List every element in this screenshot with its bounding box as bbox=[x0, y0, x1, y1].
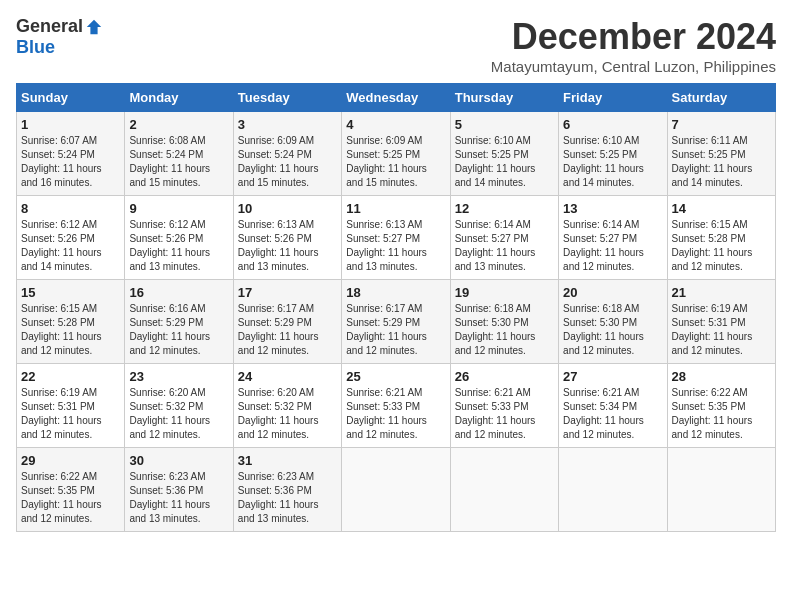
calendar-header-row: SundayMondayTuesdayWednesdayThursdayFrid… bbox=[17, 84, 776, 112]
calendar-cell-empty bbox=[450, 448, 558, 532]
calendar-header-friday: Friday bbox=[559, 84, 667, 112]
calendar-cell-13: 13 Sunrise: 6:14 AM Sunset: 5:27 PM Dayl… bbox=[559, 196, 667, 280]
day-number: 28 bbox=[672, 369, 771, 384]
calendar-header-thursday: Thursday bbox=[450, 84, 558, 112]
day-detail: Sunrise: 6:13 AM Sunset: 5:27 PM Dayligh… bbox=[346, 219, 427, 272]
month-title: December 2024 bbox=[491, 16, 776, 58]
calendar-cell-29: 29 Sunrise: 6:22 AM Sunset: 5:35 PM Dayl… bbox=[17, 448, 125, 532]
calendar-week-1: 1 Sunrise: 6:07 AM Sunset: 5:24 PM Dayli… bbox=[17, 112, 776, 196]
calendar-cell-24: 24 Sunrise: 6:20 AM Sunset: 5:32 PM Dayl… bbox=[233, 364, 341, 448]
day-detail: Sunrise: 6:19 AM Sunset: 5:31 PM Dayligh… bbox=[21, 387, 102, 440]
calendar-cell-9: 9 Sunrise: 6:12 AM Sunset: 5:26 PM Dayli… bbox=[125, 196, 233, 280]
day-number: 5 bbox=[455, 117, 554, 132]
day-number: 21 bbox=[672, 285, 771, 300]
day-number: 20 bbox=[563, 285, 662, 300]
day-detail: Sunrise: 6:09 AM Sunset: 5:25 PM Dayligh… bbox=[346, 135, 427, 188]
calendar-cell-27: 27 Sunrise: 6:21 AM Sunset: 5:34 PM Dayl… bbox=[559, 364, 667, 448]
day-number: 31 bbox=[238, 453, 337, 468]
day-number: 9 bbox=[129, 201, 228, 216]
calendar-body: 1 Sunrise: 6:07 AM Sunset: 5:24 PM Dayli… bbox=[17, 112, 776, 532]
calendar-header-wednesday: Wednesday bbox=[342, 84, 450, 112]
day-number: 2 bbox=[129, 117, 228, 132]
day-number: 23 bbox=[129, 369, 228, 384]
day-number: 4 bbox=[346, 117, 445, 132]
day-number: 16 bbox=[129, 285, 228, 300]
day-detail: Sunrise: 6:23 AM Sunset: 5:36 PM Dayligh… bbox=[129, 471, 210, 524]
day-detail: Sunrise: 6:15 AM Sunset: 5:28 PM Dayligh… bbox=[21, 303, 102, 356]
day-number: 8 bbox=[21, 201, 120, 216]
location-title: Matayumtayum, Central Luzon, Philippines bbox=[491, 58, 776, 75]
calendar-cell-7: 7 Sunrise: 6:11 AM Sunset: 5:25 PM Dayli… bbox=[667, 112, 775, 196]
day-number: 12 bbox=[455, 201, 554, 216]
calendar-cell-26: 26 Sunrise: 6:21 AM Sunset: 5:33 PM Dayl… bbox=[450, 364, 558, 448]
calendar-week-2: 8 Sunrise: 6:12 AM Sunset: 5:26 PM Dayli… bbox=[17, 196, 776, 280]
calendar-cell-25: 25 Sunrise: 6:21 AM Sunset: 5:33 PM Dayl… bbox=[342, 364, 450, 448]
day-number: 27 bbox=[563, 369, 662, 384]
calendar-cell-22: 22 Sunrise: 6:19 AM Sunset: 5:31 PM Dayl… bbox=[17, 364, 125, 448]
day-detail: Sunrise: 6:08 AM Sunset: 5:24 PM Dayligh… bbox=[129, 135, 210, 188]
day-detail: Sunrise: 6:15 AM Sunset: 5:28 PM Dayligh… bbox=[672, 219, 753, 272]
calendar-cell-3: 3 Sunrise: 6:09 AM Sunset: 5:24 PM Dayli… bbox=[233, 112, 341, 196]
day-number: 13 bbox=[563, 201, 662, 216]
day-detail: Sunrise: 6:09 AM Sunset: 5:24 PM Dayligh… bbox=[238, 135, 319, 188]
day-number: 3 bbox=[238, 117, 337, 132]
calendar-cell-19: 19 Sunrise: 6:18 AM Sunset: 5:30 PM Dayl… bbox=[450, 280, 558, 364]
day-detail: Sunrise: 6:16 AM Sunset: 5:29 PM Dayligh… bbox=[129, 303, 210, 356]
day-detail: Sunrise: 6:17 AM Sunset: 5:29 PM Dayligh… bbox=[238, 303, 319, 356]
calendar-table: SundayMondayTuesdayWednesdayThursdayFrid… bbox=[16, 83, 776, 532]
calendar-cell-17: 17 Sunrise: 6:17 AM Sunset: 5:29 PM Dayl… bbox=[233, 280, 341, 364]
day-detail: Sunrise: 6:21 AM Sunset: 5:33 PM Dayligh… bbox=[455, 387, 536, 440]
calendar-header-saturday: Saturday bbox=[667, 84, 775, 112]
calendar-cell-empty bbox=[559, 448, 667, 532]
calendar-cell-empty bbox=[667, 448, 775, 532]
day-detail: Sunrise: 6:17 AM Sunset: 5:29 PM Dayligh… bbox=[346, 303, 427, 356]
day-detail: Sunrise: 6:10 AM Sunset: 5:25 PM Dayligh… bbox=[455, 135, 536, 188]
calendar-cell-6: 6 Sunrise: 6:10 AM Sunset: 5:25 PM Dayli… bbox=[559, 112, 667, 196]
calendar-cell-20: 20 Sunrise: 6:18 AM Sunset: 5:30 PM Dayl… bbox=[559, 280, 667, 364]
calendar-week-3: 15 Sunrise: 6:15 AM Sunset: 5:28 PM Dayl… bbox=[17, 280, 776, 364]
day-detail: Sunrise: 6:12 AM Sunset: 5:26 PM Dayligh… bbox=[21, 219, 102, 272]
day-detail: Sunrise: 6:13 AM Sunset: 5:26 PM Dayligh… bbox=[238, 219, 319, 272]
day-detail: Sunrise: 6:07 AM Sunset: 5:24 PM Dayligh… bbox=[21, 135, 102, 188]
day-detail: Sunrise: 6:11 AM Sunset: 5:25 PM Dayligh… bbox=[672, 135, 753, 188]
calendar-cell-10: 10 Sunrise: 6:13 AM Sunset: 5:26 PM Dayl… bbox=[233, 196, 341, 280]
day-number: 14 bbox=[672, 201, 771, 216]
calendar-cell-2: 2 Sunrise: 6:08 AM Sunset: 5:24 PM Dayli… bbox=[125, 112, 233, 196]
day-detail: Sunrise: 6:12 AM Sunset: 5:26 PM Dayligh… bbox=[129, 219, 210, 272]
day-number: 30 bbox=[129, 453, 228, 468]
day-detail: Sunrise: 6:10 AM Sunset: 5:25 PM Dayligh… bbox=[563, 135, 644, 188]
day-number: 6 bbox=[563, 117, 662, 132]
calendar-cell-31: 31 Sunrise: 6:23 AM Sunset: 5:36 PM Dayl… bbox=[233, 448, 341, 532]
day-detail: Sunrise: 6:21 AM Sunset: 5:33 PM Dayligh… bbox=[346, 387, 427, 440]
calendar-cell-5: 5 Sunrise: 6:10 AM Sunset: 5:25 PM Dayli… bbox=[450, 112, 558, 196]
calendar-header-sunday: Sunday bbox=[17, 84, 125, 112]
day-detail: Sunrise: 6:19 AM Sunset: 5:31 PM Dayligh… bbox=[672, 303, 753, 356]
day-number: 15 bbox=[21, 285, 120, 300]
calendar-cell-21: 21 Sunrise: 6:19 AM Sunset: 5:31 PM Dayl… bbox=[667, 280, 775, 364]
logo-blue-text: Blue bbox=[16, 37, 55, 57]
day-detail: Sunrise: 6:18 AM Sunset: 5:30 PM Dayligh… bbox=[563, 303, 644, 356]
day-detail: Sunrise: 6:22 AM Sunset: 5:35 PM Dayligh… bbox=[672, 387, 753, 440]
calendar-cell-15: 15 Sunrise: 6:15 AM Sunset: 5:28 PM Dayl… bbox=[17, 280, 125, 364]
day-number: 10 bbox=[238, 201, 337, 216]
calendar-cell-30: 30 Sunrise: 6:23 AM Sunset: 5:36 PM Dayl… bbox=[125, 448, 233, 532]
calendar-cell-11: 11 Sunrise: 6:13 AM Sunset: 5:27 PM Dayl… bbox=[342, 196, 450, 280]
logo-general-text: General bbox=[16, 16, 83, 37]
day-number: 17 bbox=[238, 285, 337, 300]
day-detail: Sunrise: 6:20 AM Sunset: 5:32 PM Dayligh… bbox=[129, 387, 210, 440]
day-detail: Sunrise: 6:18 AM Sunset: 5:30 PM Dayligh… bbox=[455, 303, 536, 356]
day-detail: Sunrise: 6:20 AM Sunset: 5:32 PM Dayligh… bbox=[238, 387, 319, 440]
calendar-cell-empty bbox=[342, 448, 450, 532]
day-number: 18 bbox=[346, 285, 445, 300]
calendar-cell-23: 23 Sunrise: 6:20 AM Sunset: 5:32 PM Dayl… bbox=[125, 364, 233, 448]
calendar-header-tuesday: Tuesday bbox=[233, 84, 341, 112]
calendar-cell-18: 18 Sunrise: 6:17 AM Sunset: 5:29 PM Dayl… bbox=[342, 280, 450, 364]
calendar-cell-16: 16 Sunrise: 6:16 AM Sunset: 5:29 PM Dayl… bbox=[125, 280, 233, 364]
day-detail: Sunrise: 6:21 AM Sunset: 5:34 PM Dayligh… bbox=[563, 387, 644, 440]
calendar-cell-1: 1 Sunrise: 6:07 AM Sunset: 5:24 PM Dayli… bbox=[17, 112, 125, 196]
day-number: 24 bbox=[238, 369, 337, 384]
day-number: 1 bbox=[21, 117, 120, 132]
calendar-cell-12: 12 Sunrise: 6:14 AM Sunset: 5:27 PM Dayl… bbox=[450, 196, 558, 280]
day-number: 7 bbox=[672, 117, 771, 132]
day-number: 29 bbox=[21, 453, 120, 468]
